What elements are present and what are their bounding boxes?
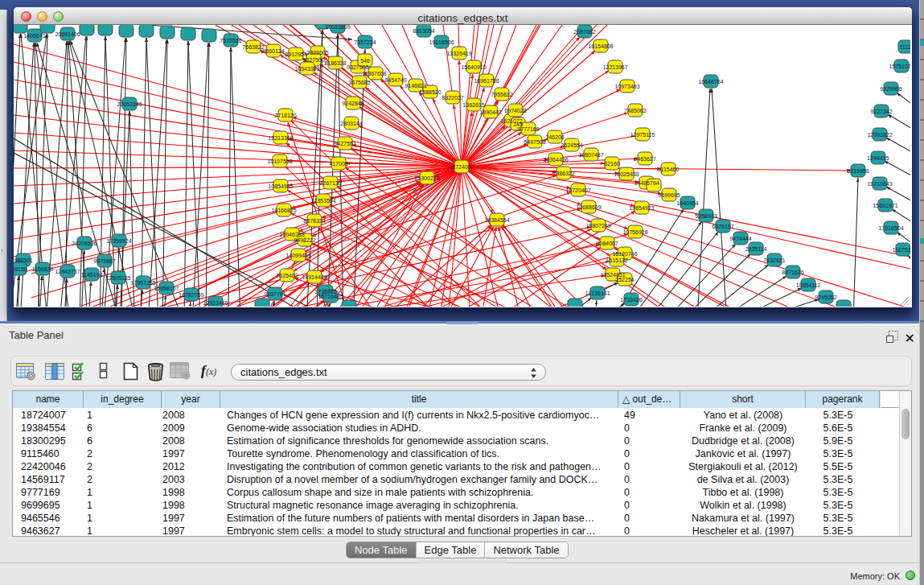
svg-text:10654112: 10654112 (796, 282, 821, 288)
svg-text:2935114: 2935114 (745, 246, 767, 252)
svg-text:7955812: 7955812 (491, 92, 512, 97)
svg-text:7485063: 7485063 (624, 108, 646, 113)
svg-text:9474444: 9474444 (729, 236, 751, 241)
svg-text:9084067: 9084067 (596, 241, 618, 246)
svg-text:12353594: 12353594 (310, 198, 335, 204)
svg-text:6679197: 6679197 (712, 224, 733, 229)
svg-text:15716485: 15716485 (318, 294, 343, 299)
svg-text:19654923: 19654923 (629, 205, 654, 211)
svg-text:1640954: 1640954 (676, 200, 698, 206)
svg-text:2803144: 2803144 (340, 121, 362, 126)
svg-text:19166825: 19166825 (271, 208, 296, 213)
svg-text:16648784: 16648784 (698, 79, 723, 84)
svg-text:417006: 417006 (329, 161, 347, 167)
svg-text:1733426: 1733426 (620, 297, 642, 303)
svg-text:17016504: 17016504 (878, 225, 903, 231)
svg-text:7515526: 7515526 (220, 38, 241, 43)
svg-text:15640910: 15640910 (461, 64, 486, 70)
svg-text:1167534: 1167534 (893, 247, 910, 253)
svg-text:12505135: 12505135 (105, 275, 130, 281)
svg-text:39150: 39150 (14, 266, 27, 272)
svg-text:2322605: 2322605 (306, 50, 328, 56)
svg-text:9115460: 9115460 (658, 167, 680, 172)
svg-text:1588520: 1588520 (419, 89, 441, 95)
svg-text:2367608: 2367608 (364, 71, 386, 76)
svg-text:10025438: 10025438 (614, 171, 639, 177)
svg-text:16210643: 16210643 (867, 181, 892, 187)
svg-text:7386322: 7386322 (552, 171, 574, 176)
svg-text:1156829: 1156829 (32, 266, 54, 272)
svg-text:18724007: 18724007 (449, 164, 474, 170)
svg-text:10107553: 10107553 (267, 159, 292, 164)
svg-text:2718120: 2718120 (274, 113, 296, 118)
svg-text:7632621: 7632621 (763, 257, 785, 263)
svg-text:20206536: 20206536 (72, 241, 97, 246)
svg-text:10756928: 10756928 (622, 229, 647, 235)
svg-text:16154808: 16154808 (588, 43, 613, 49)
svg-text:10046788: 10046788 (279, 232, 304, 237)
svg-text:9329966: 9329966 (880, 86, 901, 92)
svg-text:14136141: 14136141 (585, 290, 610, 296)
svg-text:20053346: 20053346 (117, 101, 142, 107)
svg-text:8878334: 8878334 (303, 218, 325, 224)
svg-text:20691406: 20691406 (55, 31, 80, 37)
svg-text:10958107: 10958107 (154, 286, 179, 291)
svg-text:12975115: 12975115 (630, 132, 655, 138)
svg-text:8454749: 8454749 (384, 77, 406, 83)
svg-text:9327505: 9327505 (347, 64, 368, 70)
svg-text:10688609: 10688609 (576, 204, 601, 210)
svg-text:62160: 62160 (604, 161, 620, 167)
svg-text:1405571: 1405571 (23, 33, 45, 39)
svg-text:13325419: 13325419 (446, 51, 471, 56)
svg-text:5958923: 5958923 (695, 213, 717, 219)
svg-text:12093822: 12093822 (867, 132, 892, 138)
svg-text:9242848: 9242848 (342, 101, 363, 106)
svg-text:7625402: 7625402 (276, 273, 298, 278)
svg-text:16033809: 16033809 (325, 25, 350, 30)
svg-text:10807487: 10807487 (578, 152, 603, 158)
svg-text:12213369: 12213369 (268, 135, 293, 141)
svg-text:8215958: 8215958 (847, 168, 869, 174)
svg-text:8322037: 8322037 (441, 95, 463, 101)
svg-text:15720407: 15720407 (565, 187, 590, 193)
svg-text:17957255: 17957255 (130, 280, 155, 286)
svg-text:1145194: 1145194 (81, 272, 103, 278)
svg-text:16543382: 16543382 (294, 66, 319, 72)
svg-text:8471626: 8471626 (782, 270, 803, 275)
svg-text:9227342: 9227342 (870, 109, 892, 114)
svg-text:1615132: 1615132 (606, 257, 627, 263)
svg-text:9860124: 9860124 (262, 48, 284, 54)
svg-text:252254: 252254 (615, 277, 634, 282)
svg-text:9463627: 9463627 (634, 156, 655, 162)
svg-text:15751074: 15751074 (889, 64, 910, 69)
svg-text:8813054: 8813054 (413, 28, 434, 34)
svg-text:9146821: 9146821 (405, 83, 426, 89)
svg-text:16961758: 16961758 (474, 78, 499, 84)
svg-text:12942737: 12942737 (55, 269, 80, 274)
svg-text:12923446: 12923446 (203, 300, 228, 306)
svg-text:19218506: 19218506 (429, 39, 454, 45)
svg-text:9857791: 9857791 (264, 291, 285, 297)
svg-text:1362615: 1362615 (462, 102, 484, 108)
svg-text:6974028: 6974028 (504, 108, 526, 113)
svg-text:1990443: 1990443 (479, 109, 501, 115)
svg-text:25300273: 25300273 (414, 175, 439, 181)
svg-text:3675685: 3675685 (348, 80, 370, 85)
svg-text:14495794: 14495794 (634, 180, 659, 186)
svg-text:20364436: 20364436 (543, 157, 568, 163)
svg-text:9427552: 9427552 (334, 141, 355, 146)
svg-text:8912954: 8912954 (285, 51, 306, 57)
svg-text:988501: 988501 (14, 257, 32, 263)
svg-text:9327500: 9327500 (302, 57, 324, 63)
svg-text:7663822: 7663822 (242, 44, 264, 50)
svg-text:9498222: 9498222 (294, 237, 315, 243)
svg-text:9245052: 9245052 (815, 295, 836, 300)
svg-text:15692971: 15692971 (873, 203, 897, 208)
svg-text:6497508: 6497508 (524, 139, 545, 145)
svg-text:7357224: 7357224 (354, 39, 376, 45)
svg-text:1112: 1112 (900, 44, 910, 50)
svg-text:18807249: 18807249 (585, 223, 610, 229)
svg-text:16782759: 16782759 (179, 292, 203, 298)
svg-text:10973493: 10973493 (614, 84, 639, 89)
svg-text:746206: 746206 (545, 134, 564, 140)
